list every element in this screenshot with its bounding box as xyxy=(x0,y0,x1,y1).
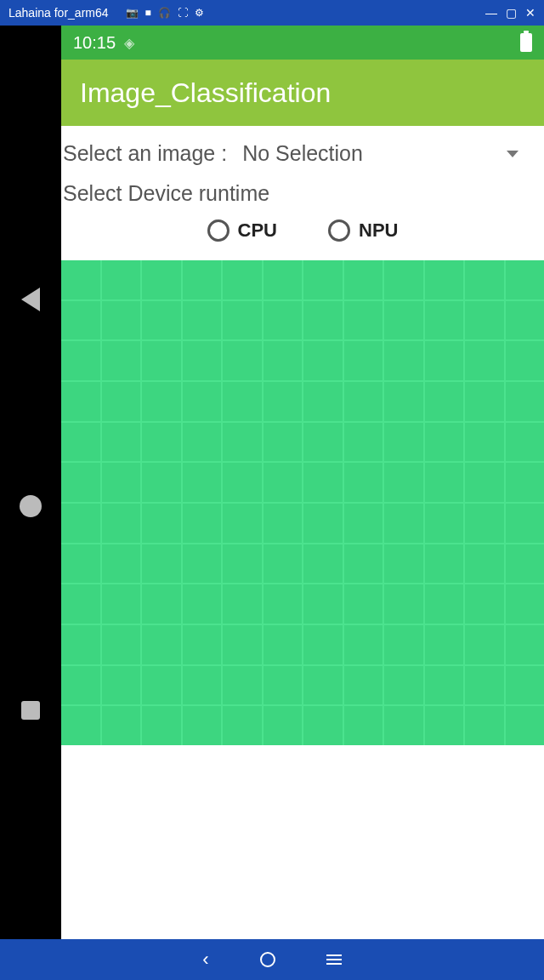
preview-tile xyxy=(102,341,141,380)
preview-tile xyxy=(465,504,504,543)
preview-tile xyxy=(264,463,303,502)
preview-tile xyxy=(384,625,423,664)
preview-tile xyxy=(384,423,423,462)
preview-tile xyxy=(142,382,181,421)
select-image-label: Select an image : xyxy=(63,141,227,166)
preview-tile xyxy=(344,463,383,502)
preview-tile xyxy=(506,341,545,380)
preview-tile xyxy=(344,382,383,421)
preview-tile xyxy=(264,382,303,421)
preview-tile xyxy=(465,423,504,462)
preview-tile xyxy=(465,625,504,664)
preview-tile xyxy=(425,706,464,745)
preview-tile xyxy=(465,301,504,340)
image-select-row: Select an image : No Selection xyxy=(61,141,544,176)
preview-tile xyxy=(142,423,181,462)
preview-tile xyxy=(506,666,545,705)
preview-tile xyxy=(465,544,504,584)
minimize-button[interactable]: — xyxy=(485,6,497,20)
preview-tile xyxy=(61,625,100,664)
preview-tile xyxy=(102,666,141,705)
preview-tile xyxy=(183,625,222,664)
settings-icon[interactable]: ⚙ xyxy=(195,7,204,19)
nav-recent-button[interactable] xyxy=(21,701,40,720)
close-button[interactable]: ✕ xyxy=(525,6,536,20)
preview-tile xyxy=(264,706,303,745)
preview-tile xyxy=(102,544,141,584)
preview-tile xyxy=(384,301,423,340)
image-spinner[interactable]: No Selection xyxy=(242,141,544,166)
preview-tile xyxy=(384,260,423,299)
preview-tile xyxy=(142,625,181,664)
preview-tile xyxy=(506,625,545,664)
camera-icon[interactable]: 📷 xyxy=(126,7,139,19)
app-content: Select an image : No Selection Select De… xyxy=(61,126,544,745)
preview-tile xyxy=(425,625,464,664)
preview-tile xyxy=(344,625,383,664)
spinner-value: No Selection xyxy=(242,141,363,166)
preview-tile xyxy=(303,382,343,421)
preview-tile xyxy=(142,584,181,624)
preview-tile xyxy=(223,706,262,745)
preview-tile xyxy=(102,706,141,745)
preview-tile xyxy=(61,382,100,421)
radio-icon xyxy=(207,219,230,242)
preview-tile xyxy=(142,544,181,584)
network-icon: ◈ xyxy=(124,35,134,51)
preview-tile xyxy=(425,584,464,624)
runtime-label: Select Device runtime xyxy=(61,176,544,219)
preview-tile xyxy=(183,544,222,584)
preview-tile xyxy=(142,666,181,705)
preview-tile xyxy=(223,544,262,584)
preview-tile xyxy=(264,423,303,462)
preview-tile xyxy=(183,584,222,624)
preview-tile xyxy=(183,301,222,340)
video-icon[interactable]: ■ xyxy=(145,7,151,19)
preview-tile xyxy=(303,301,343,340)
preview-tile xyxy=(344,504,383,543)
preview-tile xyxy=(425,382,464,421)
bottom-back-button[interactable]: ‹ xyxy=(202,949,208,971)
preview-tile xyxy=(264,625,303,664)
preview-tile xyxy=(384,584,423,624)
preview-tile xyxy=(183,423,222,462)
preview-tile xyxy=(223,423,262,462)
preview-tile xyxy=(61,341,100,380)
preview-tile xyxy=(384,706,423,745)
radio-cpu[interactable]: CPU xyxy=(207,219,277,242)
bottom-home-button[interactable] xyxy=(260,952,275,967)
maximize-button[interactable]: ▢ xyxy=(506,6,517,20)
preview-tile xyxy=(465,260,504,299)
preview-tile xyxy=(506,584,545,624)
emulator-bottom-nav: ‹ xyxy=(0,939,544,980)
preview-tile xyxy=(384,341,423,380)
radio-npu[interactable]: NPU xyxy=(328,219,398,242)
fullscreen-icon[interactable]: ⛶ xyxy=(178,7,188,19)
preview-tile xyxy=(183,463,222,502)
preview-tile xyxy=(264,544,303,584)
preview-tile xyxy=(303,544,343,584)
preview-tile xyxy=(61,423,100,462)
preview-tile xyxy=(183,260,222,299)
bottom-menu-button[interactable] xyxy=(326,954,342,965)
preview-tile xyxy=(425,504,464,543)
preview-tile xyxy=(303,584,343,624)
android-status-bar: 10:15 ◈ xyxy=(61,26,544,60)
preview-tile xyxy=(61,584,100,624)
preview-tile xyxy=(344,341,383,380)
preview-tile xyxy=(384,463,423,502)
preview-tile xyxy=(142,463,181,502)
preview-tile xyxy=(465,666,504,705)
headphone-icon[interactable]: 🎧 xyxy=(158,7,171,19)
preview-tile xyxy=(102,423,141,462)
preview-tile xyxy=(142,706,181,745)
nav-back-button[interactable] xyxy=(21,288,40,311)
window-controls: — ▢ ✕ xyxy=(485,6,536,20)
nav-home-button[interactable] xyxy=(20,495,42,517)
preview-tile xyxy=(303,423,343,462)
preview-tile xyxy=(264,666,303,705)
preview-tile xyxy=(142,504,181,543)
preview-tile xyxy=(425,463,464,502)
preview-tile xyxy=(465,584,504,624)
preview-tile xyxy=(102,625,141,664)
